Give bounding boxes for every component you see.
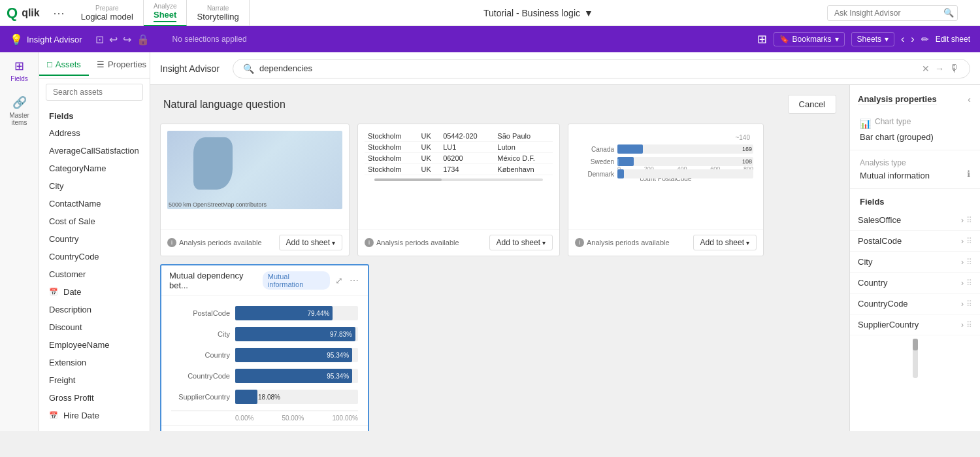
- collapse-button[interactable]: ‹: [966, 93, 972, 106]
- city-drag[interactable]: ⠿: [966, 258, 972, 267]
- mutual-chart-title: Mutual dependency bet...: [169, 271, 263, 290]
- map-add-to-sheet-button[interactable]: Add to sheet ▾: [279, 235, 342, 250]
- edit-sheet-label: Edit sheet: [936, 35, 970, 44]
- app-title[interactable]: Tutorial - Business logic ▼: [483, 8, 593, 18]
- next-sheet-icon[interactable]: ›: [911, 33, 914, 45]
- postalcode-chevron[interactable]: ›: [961, 237, 964, 246]
- mutual-chart-card: Mutual dependency bet... Mutual informat…: [160, 264, 369, 431]
- scrollbar-thumb: [913, 339, 918, 350]
- country-drag[interactable]: ⠿: [966, 279, 972, 288]
- field-item-address[interactable]: Address: [39, 124, 150, 142]
- field-item-employee[interactable]: EmployeeName: [39, 336, 150, 354]
- field-item-extension[interactable]: Extension: [39, 354, 150, 371]
- nav-narrate[interactable]: Narrate Storytelling: [187, 0, 249, 26]
- info-icon-analysis[interactable]: ℹ: [967, 169, 970, 179]
- right-field-suppliercountry[interactable]: SupplierCountry › ⠿: [850, 314, 980, 335]
- suppliercountry-icons: › ⠿: [961, 320, 972, 330]
- sidebar-nav-fields-label: Fields: [10, 75, 28, 82]
- field-item-country[interactable]: Country: [39, 230, 150, 248]
- sidebar-nav-fields[interactable]: ⊞ Fields: [0, 52, 39, 89]
- ask-advisor-input[interactable]: [827, 5, 958, 21]
- insight-search-container[interactable]: 🔍 ✕ → 🎙: [233, 59, 970, 78]
- field-item-hire-date[interactable]: 📅 Hire Date: [39, 407, 150, 424]
- sheets-button[interactable]: Sheets ▾: [851, 32, 894, 46]
- insight-advisor-button[interactable]: 💡 Insight Advisor: [10, 33, 82, 46]
- search-assets-input[interactable]: [46, 84, 143, 101]
- salesoffice-drag[interactable]: ⠿: [966, 216, 972, 225]
- arrow-right-icon[interactable]: →: [935, 63, 944, 74]
- more-options-icon[interactable]: ⋯: [53, 6, 65, 20]
- field-item-description[interactable]: Description: [39, 301, 150, 318]
- countrycode-chevron[interactable]: ›: [961, 299, 964, 309]
- field-item-gross-profit[interactable]: Gross Profit: [39, 389, 150, 407]
- field-item-date[interactable]: 📅 Date: [39, 283, 150, 301]
- nav-prepare[interactable]: Prepare Logical model: [71, 0, 144, 26]
- field-item-contact[interactable]: ContactName: [39, 195, 150, 212]
- right-field-countrycode[interactable]: CountryCode › ⠿: [850, 294, 980, 314]
- tab-properties[interactable]: ☰ Properties: [89, 54, 154, 76]
- discount-label: Discount: [49, 322, 82, 332]
- prev-sheet-icon[interactable]: ‹: [901, 33, 904, 45]
- field-item-avgcall[interactable]: AverageCallSatisfaction: [39, 142, 150, 160]
- bookmarks-button[interactable]: 🔖 Bookmarks ▾: [774, 32, 845, 46]
- customer-label: Customer: [49, 269, 86, 279]
- bookmarks-chevron: ▾: [835, 35, 839, 44]
- lock-icon[interactable]: 🔒: [137, 33, 150, 46]
- employee-label: EmployeeName: [49, 340, 110, 350]
- right-field-postalcode[interactable]: PostalCode › ⠿: [850, 231, 980, 252]
- field-item-customer[interactable]: Customer: [39, 265, 150, 283]
- tab-assets[interactable]: □ Assets: [39, 54, 89, 76]
- mutual-bar-suppliercountry: SupplierCountry 18.08%: [171, 390, 358, 404]
- select-icon[interactable]: ⊡: [95, 33, 104, 46]
- bar-add-to-sheet-button[interactable]: Add to sheet ▾: [693, 235, 757, 250]
- insight-advisor-title: Insight Advisor: [160, 63, 220, 74]
- mutual-track-postalcode: 79.44%: [235, 306, 358, 320]
- right-field-city[interactable]: City › ⠿: [850, 252, 980, 273]
- more-actions-icon[interactable]: ⋯: [348, 274, 360, 287]
- grid-view-icon[interactable]: ⊞: [757, 32, 767, 46]
- right-field-salesoffice[interactable]: SalesOffice › ⠿: [850, 210, 980, 231]
- mutual-chart-section: Mutual dependency bet... Mutual informat…: [150, 264, 849, 431]
- suppliercountry-drag[interactable]: ⠿: [966, 320, 972, 330]
- qlik-logo[interactable]: Q qlik: [7, 5, 40, 22]
- cancel-button[interactable]: Cancel: [788, 95, 836, 114]
- field-item-cost[interactable]: Cost of Sale: [39, 212, 150, 230]
- scroll-track: [374, 178, 543, 181]
- mutual-value-postalcode: 79.44%: [307, 310, 329, 317]
- mutual-bar-countrycode: CountryCode 95.34%: [171, 369, 358, 383]
- postalcode-drag[interactable]: ⠿: [966, 237, 972, 246]
- mutual-track-countrycode: 95.34%: [235, 369, 358, 383]
- table-cell: 06200: [440, 153, 494, 164]
- right-field-country[interactable]: Country › ⠿: [850, 273, 980, 294]
- table-row: Stockholm UK LU1 Luton: [365, 142, 553, 153]
- sidebar-nav-master-items[interactable]: 🔗 Master items: [0, 89, 39, 133]
- right-panel-scrollbar[interactable]: [913, 339, 918, 378]
- description-label: Description: [49, 305, 91, 314]
- salesoffice-chevron[interactable]: ›: [961, 216, 964, 225]
- tab-assets-label: Assets: [56, 59, 81, 69]
- clear-search-icon[interactable]: ✕: [922, 63, 930, 74]
- field-item-discount[interactable]: Discount: [39, 318, 150, 336]
- chart-type-label: Chart type: [875, 117, 911, 126]
- insight-search-input[interactable]: [259, 63, 917, 73]
- field-item-countrycode[interactable]: CountryCode: [39, 248, 150, 265]
- suppliercountry-chevron[interactable]: ›: [961, 320, 964, 330]
- mutual-fill-postalcode: 79.44%: [235, 306, 333, 320]
- pencil-icon[interactable]: ✏: [921, 34, 929, 44]
- table-horizontal-scroll[interactable]: [368, 175, 549, 183]
- country-chevron[interactable]: ›: [961, 279, 964, 288]
- countrycode-drag[interactable]: ⠿: [966, 299, 972, 309]
- charts-row-1: 5000 km OpenStreetMap contributors i Ana…: [150, 124, 849, 264]
- field-item-freight[interactable]: Freight: [39, 371, 150, 389]
- table-chart-card: Stockholm UK 05442-020 São Paulo Stockho…: [357, 124, 560, 256]
- expand-icon[interactable]: ⤢: [334, 274, 344, 287]
- nav-analyze[interactable]: Analyze Sheet: [144, 0, 188, 26]
- field-item-city[interactable]: City: [39, 177, 150, 195]
- redo-icon[interactable]: ↪: [123, 33, 131, 46]
- map-chart-body: 5000 km OpenStreetMap contributors: [161, 124, 349, 229]
- undo-icon[interactable]: ↩: [109, 33, 118, 46]
- mic-icon[interactable]: 🎙: [949, 63, 960, 75]
- field-item-category[interactable]: CategoryName: [39, 160, 150, 177]
- city-chevron[interactable]: ›: [961, 258, 964, 267]
- table-add-to-sheet-button[interactable]: Add to sheet ▾: [489, 235, 553, 250]
